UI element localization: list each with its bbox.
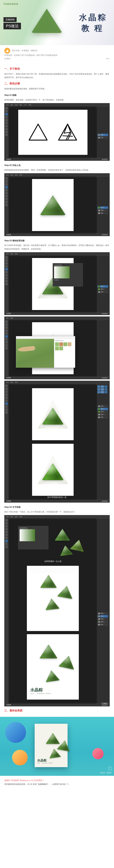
hero-tags: 实物绘制 PS做法 xyxy=(3,17,21,29)
intro-text: 端午节来了，那我们来画个粽子应个景。本课程绘制的是比较剔透的水晶粽，可凭个色当作… xyxy=(4,72,110,80)
svg-marker-1 xyxy=(59,124,77,140)
source-label: 作者来源：优设网 分享 PS实物绘制！端午节粽子在线制作教学 xyxy=(4,54,58,56)
poster-layout-1 xyxy=(27,566,79,631)
author-avatar[interactable]: ◕ xyxy=(4,48,10,54)
share-label: 分享到： xyxy=(4,58,12,60)
outline-triangle-plain xyxy=(28,123,48,142)
section-3-heading: 三、最终效果图 xyxy=(4,709,110,712)
svg-marker-0 xyxy=(29,124,47,140)
hero-title-line1: 水晶粽 xyxy=(79,12,107,23)
texture-preview xyxy=(16,339,54,368)
footer-notes: 感谢您 "作品推荐" 到www.ui.cn 大力支持我们！ 系列教程将持续陆续更… xyxy=(0,776,114,789)
article-meta: ◕ 图片作者：作者图文（图标页） 作者来源：优设网 分享 PS实物绘制！端午节粽… xyxy=(0,45,114,63)
color-picker-2[interactable]: 拾色器(前景色) xyxy=(18,526,48,549)
tag-label-1: 实物绘制 xyxy=(3,17,16,22)
bili-user: 兔懂懂 xyxy=(6,158,11,161)
step02-desc: 根据线稿的造型绘制填充颜色，再给一层薄薄阴影，把底色给画出来了，后面细化都在基础… xyxy=(4,168,110,172)
hero-title: 水晶粽 教程 xyxy=(79,12,107,34)
tag-label-2: PS做法 xyxy=(3,23,21,29)
caption-3c: 粽子有明显的高光一条 xyxy=(47,496,67,499)
section-1-heading: 一、关于教程 xyxy=(4,67,110,70)
step04-desc: 画完了我们来做一下版式，加上文字和标题元素，丰富画面完善一下，画面就完成了。 xyxy=(4,510,110,514)
ps-panels[interactable]: 图层 4 背景 xyxy=(96,106,110,158)
ps-screenshot-3a: 选择编辑图像 图层 3 图层 2 背景 拾色器(前景色) # 5a8c3c 兔懂… xyxy=(4,252,110,315)
bili-watermark: bilibili xyxy=(102,158,108,160)
poster-layout-2: 水晶粽 ICE · DUMPLINGS xyxy=(27,634,79,700)
views-count: 👁 1 xyxy=(106,57,110,61)
brand-logo: TUDOOGO xyxy=(3,3,18,5)
step01-title: Step 01 线稿 xyxy=(4,94,110,97)
deco-disc-blue xyxy=(5,722,26,743)
color-picker-dialog[interactable]: 拾色器(前景色) # 5a8c3c xyxy=(53,263,83,286)
step04-title: Step 04 文字排版 xyxy=(4,506,110,509)
poster-title: 水晶粽 ICE · DUMPLINGS xyxy=(30,687,51,694)
outline-triangle-detailed xyxy=(57,123,78,142)
ps-screenshot-3c: 选择编辑图像 图层 4 图层 3 图层 2 图层 1 背景 xyxy=(4,381,110,503)
ps-screenshot-2: 选择编辑图像图层 图层 2 图层 1 背景 兔懂懂bilibili xyxy=(4,173,110,236)
deco-disc-pink xyxy=(92,748,104,759)
final-result-image: 水晶粽 ICE · DUMPLINGS 兔懂懂 bilibili ⛶ xyxy=(0,717,114,776)
final-poster: 水晶粽 ICE · DUMPLINGS xyxy=(35,724,68,767)
author-label: 图片作者：作者图文（图标页） xyxy=(12,50,39,52)
section-2-heading: 二、教程步骤 xyxy=(4,82,110,85)
ps-toolbar[interactable] xyxy=(4,106,8,158)
expand-icon[interactable]: ⛶ xyxy=(109,767,112,770)
bili-watermark-final: 兔懂懂 bilibili xyxy=(100,772,111,774)
ps-menubar: 选择编辑图像图层文字滤镜 xyxy=(4,103,110,106)
step03-title: Step 03 增加纹理光影 xyxy=(4,239,110,242)
texture-browser-overlay[interactable]: 绿色粽叶材质 xyxy=(16,336,75,368)
layers-panel: 图层 4 背景 xyxy=(97,133,109,158)
ps-screenshot-4: 选择编辑图像图层 图层 4 图层 3 图层 2 图层 1 背景 拾色器(前景色)… xyxy=(4,515,110,706)
caption-4a: 这种质感绿一点上色 xyxy=(44,560,62,563)
ps-statusbar: 兔懂懂 bilibili xyxy=(4,158,110,161)
step02-title: Step 02 开始上色 xyxy=(4,164,110,167)
step03-desc: 粽子有棕叶和质感的，我们找一张材质图片做纹理，正片叠底上去，再画出高光明暗区。纹… xyxy=(4,244,110,251)
zongzi-base-color xyxy=(40,195,66,215)
tutorial-hero-banner: TUDOOGO 实物绘制 PS做法 水晶粽 教程 xyxy=(0,0,114,45)
step01-desc: 参照轮廓图，画出线稿，这里我们简化一下，画个简单版的，先画轮廓。 xyxy=(4,98,110,102)
texture-sidebar: 绿色粽叶材质 xyxy=(54,339,75,368)
ps-screenshot-1: 选择编辑图像图层文字滤镜 图层 4 背景 兔懂懂 bilibili xyxy=(4,103,110,161)
step-intro: 线稿和配色是我画画的基础，重要程度不言而喻。 xyxy=(4,87,110,91)
hero-title-line2: 教程 xyxy=(79,23,107,34)
hero-zongzi-illustration xyxy=(31,9,66,38)
ps-screenshot-3b: 选择编辑 绿色粽叶材质 兔懂懂bilibili xyxy=(4,316,110,379)
zongzi-variant-3 xyxy=(53,540,79,560)
deco-disc-orange xyxy=(12,750,28,766)
ps-canvas[interactable] xyxy=(9,107,97,157)
